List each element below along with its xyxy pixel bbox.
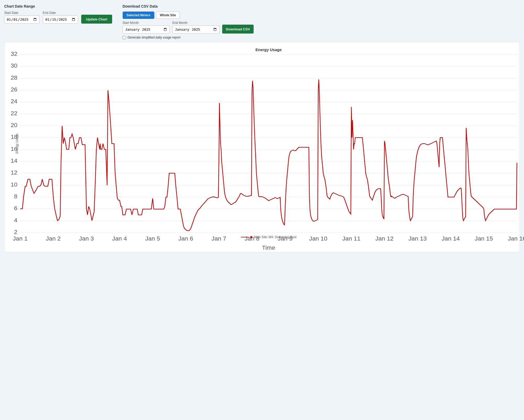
svg-text:Jan 3: Jan 3 [79,236,94,242]
svg-text:Jan 4: Jan 4 [112,236,127,242]
svg-text:Jan 12: Jan 12 [375,236,394,242]
svg-text:Jan 7: Jan 7 [211,236,226,242]
svg-text:Jan 14: Jan 14 [441,236,460,242]
simplified-report-checkbox[interactable] [123,36,126,39]
svg-text:Jan 5: Jan 5 [145,236,160,242]
start-month-label: Start Month [123,21,170,25]
svg-text:6: 6 [14,205,18,211]
end-month-input[interactable] [172,25,220,34]
svg-text:10: 10 [11,181,18,188]
svg-text:Jan 6: Jan 6 [178,236,193,242]
svg-text:22: 22 [11,110,18,116]
chart-section-title: Chart Date Range [4,4,112,8]
svg-text:30: 30 [11,63,18,69]
y-axis-label: Energy Usage [15,134,19,154]
svg-text:20: 20 [11,122,18,128]
chart-container: Energy Usage Energy Usage .grid-line { s… [4,42,520,252]
svg-text:14: 14 [11,158,18,164]
download-csv-button[interactable]: Download CSV [222,25,254,34]
svg-text:2: 2 [14,229,18,235]
svg-text:28: 28 [11,74,18,81]
svg-text:8: 8 [14,193,18,200]
end-date-input[interactable] [43,15,78,24]
chart-area: Energy Usage .grid-line { stroke: #e0e0e… [20,54,517,233]
svg-text:Jan 10: Jan 10 [309,236,328,242]
svg-text:Jan 13: Jan 13 [408,236,427,242]
svg-text:Jan 16: Jan 16 [508,236,524,242]
selected-meters-tab[interactable]: Selected Meters [123,12,154,19]
start-month-input[interactable] [123,25,170,34]
svg-text:4: 4 [14,217,18,223]
simplified-report-label: Generate simplified daily usage report [128,36,181,39]
svg-text:Jan 11: Jan 11 [342,236,361,242]
start-date-input[interactable] [4,15,40,24]
start-date-label: Start Date [4,11,40,15]
end-month-label: End Month [172,21,220,25]
chart-svg: .grid-line { stroke: #e0e0e0; stroke-wid… [20,54,517,233]
end-date-label: End Date [43,11,78,15]
svg-text:12: 12 [11,170,18,176]
svg-text:Jan 1: Jan 1 [13,236,28,242]
svg-text:Jan 8: Jan 8 [244,236,259,242]
update-chart-button[interactable]: Update Chart [81,15,112,24]
svg-text:Jan 15: Jan 15 [475,236,493,242]
whole-site-tab[interactable]: Whole Site [156,12,180,19]
svg-text:24: 24 [11,98,18,105]
csv-section-title: Download CSV Data [123,4,254,8]
svg-text:32: 32 [11,51,18,57]
svg-text:Jan 2: Jan 2 [46,236,61,242]
svg-text:26: 26 [11,86,18,93]
chart-title: Energy Usage [20,47,517,52]
svg-text:Jan 9: Jan 9 [278,236,293,242]
svg-text:Time: Time [262,245,275,251]
